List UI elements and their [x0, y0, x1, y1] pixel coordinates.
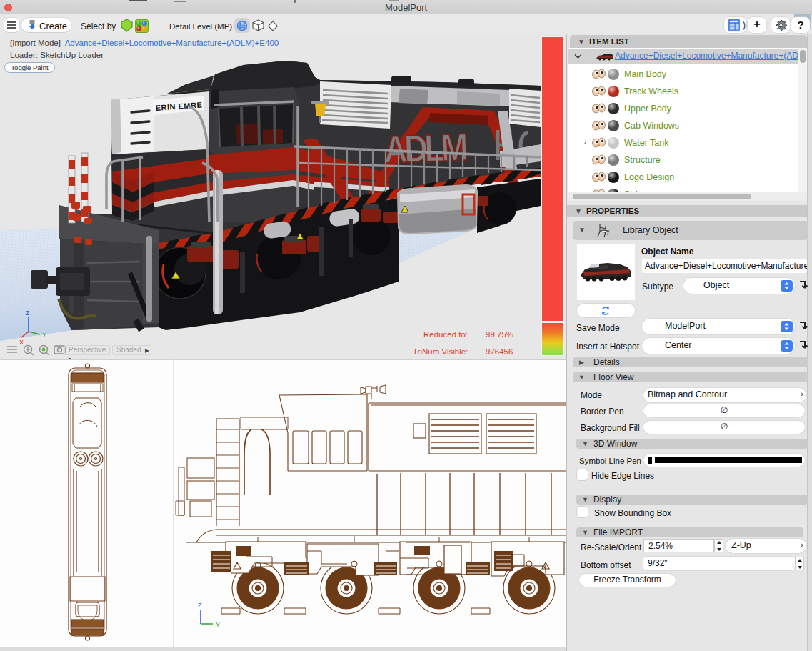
svg-text:ADLM: ADLM	[383, 126, 467, 172]
svg-text:Z: Z	[198, 602, 202, 609]
svg-text:Y: Y	[216, 621, 220, 628]
svg-text:Z: Z	[26, 309, 30, 317]
svg-text:Y: Y	[42, 332, 46, 339]
